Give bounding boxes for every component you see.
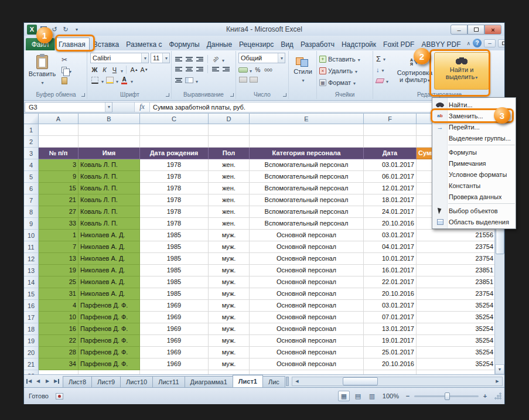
cell-F7[interactable]: 18.01.2017: [364, 194, 417, 206]
cell-D21[interactable]: муж.: [209, 358, 250, 370]
cell-D8[interactable]: жен.: [209, 206, 250, 218]
column-header-D[interactable]: D: [209, 114, 250, 124]
format-cells-button[interactable]: Формат: [319, 78, 356, 87]
paste-button[interactable]: Вставить: [28, 52, 56, 88]
column-header-E[interactable]: E: [250, 114, 364, 124]
styles-button[interactable]: Стили: [291, 52, 315, 90]
cell-B11[interactable]: Николаев А. Д.: [79, 241, 140, 253]
ribbon-tab-Надстройк[interactable]: Надстройк: [338, 38, 380, 50]
menu-item-data-validation[interactable]: Проверка данных: [432, 191, 516, 202]
cell-D19[interactable]: муж.: [209, 335, 250, 347]
cell-C21[interactable]: 1969: [140, 358, 209, 370]
cell-D5[interactable]: жен.: [209, 171, 250, 183]
cut-button[interactable]: ✂: [60, 54, 85, 64]
cell-B13[interactable]: Николаев А. Д.: [79, 265, 140, 276]
chevron-down-icon[interactable]: [141, 53, 148, 63]
align-top-button[interactable]: [174, 54, 183, 64]
cell-F15[interactable]: 20.10.2016: [364, 288, 417, 300]
column-header-A[interactable]: A: [39, 114, 79, 124]
cell-F16[interactable]: 03.01.2017: [364, 300, 417, 312]
cell-C1[interactable]: [140, 124, 209, 136]
cell-E3[interactable]: Категория персонала: [250, 148, 364, 159]
increase-decimal-button[interactable]: [238, 75, 248, 84]
cell-G17[interactable]: 35254: [417, 312, 496, 323]
shrink-font-button[interactable]: А▾: [139, 65, 148, 74]
macro-record-icon[interactable]: [56, 393, 63, 399]
qat-customize-icon[interactable]: ▾: [72, 25, 81, 34]
cell-G13[interactable]: 23851: [417, 265, 496, 276]
ribbon-tab-Формулы[interactable]: Формулы: [166, 38, 203, 50]
cell-D7[interactable]: жен.: [209, 194, 250, 206]
sheet-tab-Лист9[interactable]: Лист9: [91, 376, 121, 387]
cell-A21[interactable]: 34: [39, 358, 79, 370]
sheet-tab-Лист1[interactable]: Лист1: [233, 375, 263, 387]
cell-C20[interactable]: 1969: [140, 347, 209, 358]
cell-F5[interactable]: 06.01.2017: [364, 171, 417, 183]
row-header-2[interactable]: 2: [24, 136, 39, 148]
cell-C5[interactable]: 1978: [140, 171, 209, 183]
cell-C11[interactable]: 1985: [140, 241, 209, 253]
sheet-tab-Диаграмма1[interactable]: Диаграмма1: [185, 376, 233, 387]
cell-A10[interactable]: 1: [39, 230, 79, 241]
cell-E2[interactable]: [250, 136, 364, 148]
cell-E11[interactable]: Основной персонал: [250, 241, 364, 253]
zoom-slider-thumb[interactable]: [445, 392, 450, 400]
decrease-indent-button[interactable]: [211, 64, 220, 74]
cell-E6[interactable]: Вспомогательный персонал: [250, 183, 364, 194]
cell-E16[interactable]: Основной персонал: [250, 300, 364, 312]
row-header-18[interactable]: 18: [24, 323, 39, 335]
cell-D6[interactable]: жен.: [209, 183, 250, 194]
menu-item-comments[interactable]: Примечания: [432, 158, 516, 169]
cell-B17[interactable]: Парфенов Д. Ф.: [79, 312, 140, 323]
help-icon[interactable]: ?: [473, 39, 482, 47]
cell-E1[interactable]: [250, 124, 364, 136]
cell-F2[interactable]: [364, 136, 417, 148]
prev-sheet-icon[interactable]: ◀: [33, 377, 43, 386]
cell-D11[interactable]: муж.: [209, 241, 250, 253]
ribbon-tab-Foxit PDF[interactable]: Foxit PDF: [380, 38, 418, 50]
increase-indent-button[interactable]: [221, 64, 231, 74]
cell-B15[interactable]: Николаев А. Д.: [79, 288, 140, 300]
cell-B10[interactable]: Николаев А. Д.: [79, 230, 140, 241]
cell-B20[interactable]: Парфенов Д. Ф.: [79, 347, 140, 358]
horizontal-scroll-track[interactable]: [302, 377, 493, 385]
cell-G18[interactable]: 35254: [417, 323, 496, 335]
close-button[interactable]: ×: [484, 25, 501, 35]
cell-B2[interactable]: [79, 136, 140, 148]
cell-B21[interactable]: Парфенов Д. Ф.: [79, 358, 140, 370]
cell-E5[interactable]: Вспомогательный персонал: [250, 171, 364, 183]
cell-D15[interactable]: муж.: [209, 288, 250, 300]
cell-A13[interactable]: 19: [39, 265, 79, 276]
name-box-dropdown-icon[interactable]: [105, 103, 112, 112]
sheet-tab-Лис[interactable]: Лис: [262, 376, 285, 387]
cell-A8[interactable]: 27: [39, 206, 79, 218]
cell-B3[interactable]: Имя: [79, 148, 140, 159]
row-header-11[interactable]: 11: [24, 241, 39, 253]
tab-splitter[interactable]: [286, 377, 289, 386]
clear-button[interactable]: [376, 76, 395, 86]
row-header-13[interactable]: 13: [24, 265, 39, 276]
redo-icon[interactable]: ↻: [61, 25, 70, 34]
cell-E22[interactable]: [250, 370, 364, 374]
ribbon-tab-Данные[interactable]: Данные: [203, 38, 236, 50]
cell-G20[interactable]: 35254: [417, 347, 496, 358]
zoom-slider[interactable]: [414, 395, 479, 397]
align-bottom-button[interactable]: [195, 54, 204, 64]
menu-item-formulas[interactable]: Формулы: [432, 146, 516, 158]
row-header-15[interactable]: 15: [24, 288, 39, 300]
column-header-F[interactable]: F: [364, 114, 417, 124]
cell-E21[interactable]: Основной персонал: [250, 358, 364, 370]
ribbon-tab-Разметка с[interactable]: Разметка с: [122, 38, 165, 50]
cell-E9[interactable]: Вспомогательный персонал: [250, 218, 364, 230]
cell-E19[interactable]: Основной персонал: [250, 335, 364, 347]
cell-B4[interactable]: Коваль Л. П.: [79, 159, 140, 171]
fill-button[interactable]: ↓: [376, 65, 395, 74]
accounting-format-button[interactable]: [238, 65, 248, 74]
cell-C2[interactable]: [140, 136, 209, 148]
row-header-4[interactable]: 4: [24, 159, 39, 171]
workbook-minimize-icon[interactable]: –: [484, 39, 496, 47]
cell-A7[interactable]: 21: [39, 194, 79, 206]
menu-item-select-objects[interactable]: Выбор объектов: [432, 205, 516, 216]
cell-A12[interactable]: 13: [39, 253, 79, 265]
view-page-break-button[interactable]: ▥: [366, 391, 378, 401]
